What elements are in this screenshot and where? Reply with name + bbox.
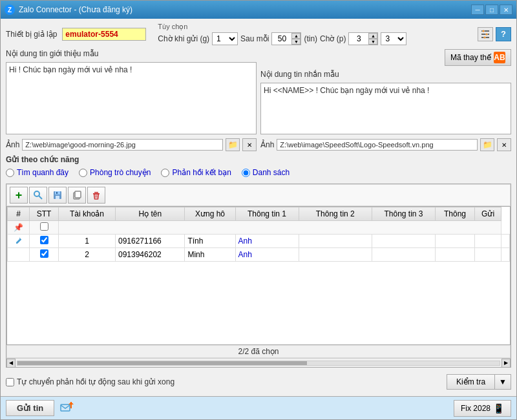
- sau-moi-down[interactable]: ▼: [291, 39, 301, 45]
- table-container: # STT Tài khoản Họ tên Xưng hô Thông tin…: [6, 206, 511, 345]
- row2-ho-ten: Minh: [185, 248, 235, 262]
- copy-button[interactable]: [68, 187, 86, 204]
- select-all-checkbox[interactable]: [40, 222, 48, 231]
- table-row: 2 0913946202 Minh Anh: [8, 248, 510, 262]
- fix-label: Fix 2028: [461, 404, 491, 413]
- row1-tai-khoan: 0916271166: [115, 235, 184, 248]
- hscroll-bar[interactable]: ◀ ▶: [6, 358, 511, 367]
- left-panel-textarea[interactable]: Hi ! Chúc bạn ngày mới vui vẻ nha !: [6, 62, 257, 134]
- hscroll-right[interactable]: ▶: [501, 359, 511, 368]
- pin-icon-cell: 📌: [8, 221, 30, 235]
- send-bar: Gửi tin Fix 2028 📱: [1, 396, 516, 419]
- svg-rect-11: [56, 192, 58, 194]
- anh-right-browse[interactable]: 📁: [480, 138, 494, 151]
- radio-group: Tìm quanh đây Phòng trò chuyện Phản hồi …: [6, 165, 511, 180]
- cho-p-label: Chờ (p): [320, 34, 346, 43]
- auto-switch-checkbox[interactable]: [6, 378, 14, 386]
- radio-phan[interactable]: Phản hồi kết bạn: [161, 168, 231, 177]
- fix-button[interactable]: Fix 2028 📱: [454, 400, 511, 417]
- row2-checkbox: [30, 248, 59, 262]
- row1-ho-ten: Tính: [185, 235, 235, 248]
- anh-right-clear[interactable]: ✕: [497, 138, 511, 151]
- cho-p-spinbox: ▲ ▼: [348, 32, 378, 45]
- app-icon: Z: [5, 5, 15, 15]
- phone-icon: 📱: [493, 403, 504, 414]
- row2-xung-ho: Anh: [235, 248, 299, 262]
- anh-right-input[interactable]: [277, 139, 478, 151]
- svg-rect-13: [75, 191, 81, 198]
- row1-thong: [475, 235, 501, 248]
- radio-tim-label: Tìm quanh đây: [17, 168, 69, 177]
- sau-moi-input[interactable]: [272, 34, 291, 44]
- row1-stt: 1: [58, 235, 115, 248]
- anh-left-clear[interactable]: ✕: [242, 138, 257, 151]
- main-window: Z Zalo Connector - (Chưa đăng ký) ─ □ ✕ …: [0, 0, 517, 420]
- settings-icon-button[interactable]: [478, 27, 493, 41]
- device-input[interactable]: [62, 28, 146, 41]
- ma-thay-the-button[interactable]: Mã thay thế AB: [445, 49, 511, 66]
- kiem-tra-button[interactable]: Kiểm tra: [447, 374, 494, 390]
- anh-left-browse[interactable]: 📁: [226, 138, 240, 151]
- auto-switch-checkbox-label[interactable]: Tự chuyển phản hồi tự động sau khi gửi x…: [6, 377, 174, 386]
- sau-moi-spinbox: ▲ ▼: [271, 32, 301, 45]
- col-ho-ten: Họ tên: [115, 207, 184, 221]
- options-controls: Chờ khi gửi (g) 123 Sau mỗi ▲ ▼ (tin) Ch…: [158, 32, 406, 45]
- cho-p-input[interactable]: [349, 34, 368, 44]
- device-label: Thiết bị giả lập: [6, 30, 57, 39]
- row1-tt3: [435, 235, 474, 248]
- svg-rect-1: [481, 34, 489, 35]
- anh-left-input[interactable]: [22, 139, 223, 151]
- fix-section: Fix 2028 📱: [454, 400, 511, 417]
- cho-p-select[interactable]: 3510: [381, 32, 406, 45]
- send-icon-button[interactable]: [59, 399, 74, 417]
- add-button[interactable]: +: [10, 187, 28, 204]
- cho-p-up[interactable]: ▲: [368, 33, 377, 39]
- title-bar-left: Z Zalo Connector - (Chưa đăng ký): [5, 5, 132, 15]
- svg-rect-10: [56, 196, 59, 199]
- close-button[interactable]: ✕: [500, 5, 512, 15]
- row2-stt: 2: [58, 248, 115, 262]
- search-button[interactable]: [29, 187, 47, 204]
- hscroll-track[interactable]: [17, 361, 500, 366]
- sau-moi-up[interactable]: ▲: [291, 33, 301, 39]
- bottom-row: Tự chuyển phản hồi tự động sau khi gửi x…: [6, 372, 511, 392]
- col-xung-ho: Xưng hô: [185, 207, 235, 221]
- table-row: 1 0916271166 Tính Anh: [8, 235, 510, 248]
- row2-tai-khoan: 0913946202: [115, 248, 184, 262]
- svg-rect-14: [94, 192, 98, 193]
- row2-edit: [8, 248, 30, 262]
- save-button[interactable]: [48, 187, 67, 204]
- row2-gui: [501, 248, 510, 262]
- row2-tt1: [299, 248, 372, 262]
- radio-danh[interactable]: Danh sách: [242, 168, 290, 177]
- cho-khi-gui-select[interactable]: 123: [212, 32, 238, 45]
- window-title: Zalo Connector - (Chưa đăng ký): [19, 5, 132, 14]
- svg-rect-19: [61, 404, 70, 411]
- delete-button[interactable]: [87, 187, 105, 204]
- radio-danh-label: Danh sách: [253, 168, 290, 177]
- help-button[interactable]: ?: [496, 27, 511, 41]
- right-top: Mã thay thế AB: [260, 49, 511, 66]
- row1-edit: [8, 235, 30, 248]
- row1-tt1[interactable]: [299, 235, 372, 248]
- pin-checkbox-cell: [30, 221, 59, 235]
- anh-right-label: Ảnh: [260, 140, 274, 149]
- right-panel-textarea[interactable]: Hi <<NAME>> ! Chúc bạn ngày mới vui vẻ n…: [260, 83, 511, 134]
- top-row: Thiết bị giả lập Tùy chọn Chờ khi gửi (g…: [6, 23, 511, 45]
- gui-tin-button[interactable]: Gửi tin: [6, 400, 54, 416]
- panels-outer: Nội dung tin giới thiệu mẫu Hi ! Chúc bạ…: [6, 49, 511, 134]
- minimize-button[interactable]: ─: [471, 5, 484, 15]
- hscroll-left[interactable]: ◀: [6, 359, 16, 368]
- kiem-tra-dropdown[interactable]: ▼: [494, 374, 511, 390]
- table-status: 2/2 đã chọn: [6, 345, 511, 358]
- col-tai-khoan: Tài khoản: [58, 207, 115, 221]
- kiem-tra-group: Kiểm tra ▼: [447, 374, 511, 390]
- col-tt3: Thông tin 3: [372, 207, 436, 221]
- radio-tim[interactable]: Tìm quanh đây: [6, 168, 69, 177]
- row1-checkbox: [30, 235, 59, 248]
- radio-phong[interactable]: Phòng trò chuyện: [79, 168, 151, 177]
- anh-left-label: Ảnh: [6, 140, 19, 149]
- maximize-button[interactable]: □: [485, 5, 498, 15]
- cho-p-down[interactable]: ▼: [368, 39, 377, 45]
- left-panel-label: Nội dung tin giới thiệu mẫu: [6, 49, 257, 58]
